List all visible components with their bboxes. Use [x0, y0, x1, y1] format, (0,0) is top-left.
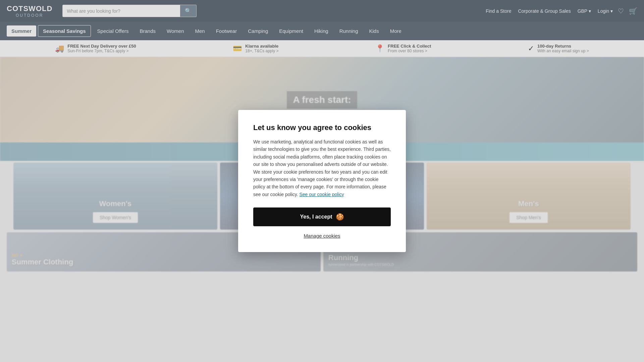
modal-overlay: Let us know you agree to cookies We use …	[0, 0, 644, 278]
cookie-modal: Let us know you agree to cookies We use …	[238, 110, 406, 252]
accept-label: Yes, I accept	[300, 214, 332, 220]
cookie-modal-title: Let us know you agree to cookies	[253, 123, 391, 132]
accept-cookies-button[interactable]: Yes, I accept 🍪	[253, 207, 391, 226]
cookie-icon: 🍪	[336, 213, 344, 221]
cookie-policy-link[interactable]: See our cookie policy	[299, 192, 344, 197]
manage-cookies-link[interactable]: Manage cookies	[253, 233, 391, 239]
cookie-modal-body: We use marketing, analytical and functio…	[253, 138, 391, 198]
